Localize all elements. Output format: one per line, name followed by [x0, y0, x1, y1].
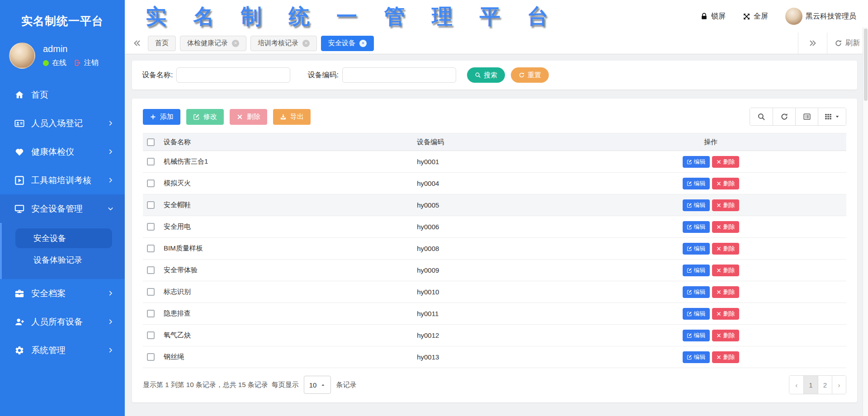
- row-checkbox[interactable]: [147, 245, 155, 252]
- row-checkbox[interactable]: [147, 331, 155, 339]
- page-size-select[interactable]: 10: [304, 376, 331, 394]
- tab-health-records[interactable]: 体检健康记录 ×: [180, 36, 246, 51]
- tabs-scroll-right-button[interactable]: [798, 33, 827, 54]
- sidebar-item-toolbox-training[interactable]: 工具箱培训考核: [0, 166, 125, 194]
- admin-user-menu[interactable]: 黑云科技管理员: [785, 8, 856, 25]
- delete-button[interactable]: 删除: [230, 109, 267, 125]
- row-delete-button[interactable]: 删除: [712, 221, 739, 233]
- x-icon: [716, 333, 722, 338]
- columns-grid-icon: [824, 113, 832, 121]
- tab-home[interactable]: 首页: [148, 36, 176, 51]
- page-size-value: 10: [309, 381, 317, 389]
- close-icon[interactable]: ×: [302, 40, 310, 47]
- row-delete-button[interactable]: 删除: [712, 199, 739, 211]
- row-delete-button[interactable]: 删除: [712, 351, 739, 363]
- sidebar-item-system-mgmt[interactable]: 系统管理: [0, 336, 125, 364]
- fullscreen-button[interactable]: 全屏: [743, 12, 768, 21]
- device-code-input[interactable]: [342, 67, 456, 83]
- user-avatar[interactable]: [9, 43, 35, 69]
- row-edit-button[interactable]: 编辑: [683, 243, 710, 255]
- row-edit-button[interactable]: 编辑: [683, 286, 710, 298]
- submenu-item-safety-device[interactable]: 安全设备: [15, 228, 112, 248]
- edit-icon: [193, 113, 200, 120]
- row-checkbox[interactable]: [147, 266, 155, 274]
- device-name-cell: 标志识别: [164, 288, 417, 296]
- sidebar-item-home[interactable]: 首页: [0, 80, 125, 109]
- row-delete-button[interactable]: 删除: [712, 156, 739, 168]
- select-all-checkbox[interactable]: [147, 138, 155, 146]
- chevron-down-icon: [107, 205, 114, 212]
- close-icon[interactable]: ×: [232, 40, 239, 47]
- device-name-cell: 隐患排查: [164, 309, 417, 318]
- device-name-cell: 模拟灭火: [164, 179, 417, 188]
- scrollbar-thumb[interactable]: [864, 28, 868, 101]
- page-button-1[interactable]: 1: [803, 376, 817, 394]
- sidebar-item-label: 健康体检仪: [31, 146, 74, 158]
- tab-training-records[interactable]: 培训考核记录 ×: [250, 36, 317, 51]
- refresh-tab-button[interactable]: 刷新: [827, 33, 868, 54]
- tabs-scroll-left-icon[interactable]: [133, 39, 142, 47]
- sidebar-item-health-check[interactable]: 健康体检仪: [0, 137, 125, 166]
- row-delete-button[interactable]: 删除: [712, 330, 739, 341]
- search-button[interactable]: 搜索: [467, 67, 505, 83]
- row-delete-button[interactable]: 删除: [712, 178, 739, 189]
- table-search-toggle-button[interactable]: [750, 108, 773, 125]
- records-info: 显示第 1 到第 10 条记录，总共 15 条记录: [143, 381, 268, 389]
- row-checkbox[interactable]: [147, 180, 155, 187]
- sidebar-item-safety-device-mgmt[interactable]: 安全设备管理: [0, 194, 125, 223]
- column-header-device-name: 设备名称: [164, 138, 417, 147]
- user-panel: admin 在线 注销: [0, 42, 125, 70]
- add-button[interactable]: 添加: [143, 109, 180, 125]
- table-view-toggle-button[interactable]: [795, 108, 818, 125]
- row-delete-button[interactable]: 删除: [712, 243, 739, 255]
- gear-icon: [14, 345, 24, 355]
- next-page-button[interactable]: ›: [832, 376, 846, 394]
- tab-safety-device[interactable]: 安全设备 ×: [321, 36, 374, 51]
- table-refresh-button[interactable]: [773, 108, 795, 125]
- row-delete-button[interactable]: 删除: [712, 308, 739, 320]
- row-edit-button[interactable]: 编辑: [683, 308, 710, 320]
- row-edit-button[interactable]: 编辑: [683, 199, 710, 211]
- device-code-label: 设备编码:: [307, 71, 338, 80]
- sidebar-item-person-devices[interactable]: 人员所有设备: [0, 307, 125, 336]
- row-delete-button[interactable]: 删除: [712, 265, 739, 276]
- plus-icon: [150, 113, 156, 120]
- row-delete-button[interactable]: 删除: [712, 286, 739, 298]
- sidebar-item-entry-register[interactable]: 人员入场登记: [0, 109, 125, 137]
- chevron-right-icon: [107, 177, 114, 184]
- row-actions-cell: 编辑 删除: [575, 178, 846, 189]
- row-edit-button[interactable]: 编辑: [683, 351, 710, 363]
- prev-page-button[interactable]: ‹: [789, 376, 803, 394]
- x-icon: [716, 159, 722, 165]
- row-checkbox[interactable]: [147, 201, 155, 209]
- x-icon: [716, 311, 722, 317]
- page-button-2[interactable]: 2: [818, 376, 832, 394]
- row-edit-button[interactable]: 编辑: [683, 156, 710, 168]
- vertical-scrollbar[interactable]: [863, 27, 868, 416]
- row-checkbox[interactable]: [147, 223, 155, 231]
- submenu-item-device-experience[interactable]: 设备体验记录: [15, 250, 112, 270]
- row-checkbox[interactable]: [147, 158, 155, 165]
- row-edit-button[interactable]: 编辑: [683, 265, 710, 276]
- row-edit-button[interactable]: 编辑: [683, 330, 710, 341]
- row-checkbox[interactable]: [147, 288, 155, 296]
- reset-button[interactable]: 重置: [511, 67, 549, 83]
- sidebar: 实名制统一平台 admin 在线 注销 首页: [0, 0, 125, 416]
- device-code-cell: hy0010: [417, 288, 575, 296]
- x-icon: [716, 246, 722, 251]
- search-panel: 设备名称: 设备编码: 搜索 重置: [132, 61, 857, 90]
- sidebar-item-safety-archive[interactable]: 安全档案: [0, 279, 125, 307]
- lock-screen-button[interactable]: 锁屏: [700, 12, 726, 21]
- row-checkbox[interactable]: [147, 353, 155, 361]
- device-name-input[interactable]: [176, 67, 290, 83]
- app: 实名制统一平台 admin 在线 注销 首页: [0, 0, 868, 416]
- row-checkbox[interactable]: [147, 310, 155, 317]
- row-edit-button[interactable]: 编辑: [683, 221, 710, 233]
- close-icon[interactable]: ×: [359, 40, 367, 47]
- device-code-cell: hy0005: [417, 201, 575, 209]
- logout-link[interactable]: 注销: [74, 58, 99, 68]
- table-columns-button[interactable]: [818, 108, 846, 125]
- row-edit-button[interactable]: 编辑: [683, 178, 710, 189]
- export-button[interactable]: 导出: [273, 109, 311, 125]
- modify-button[interactable]: 修改: [186, 109, 224, 125]
